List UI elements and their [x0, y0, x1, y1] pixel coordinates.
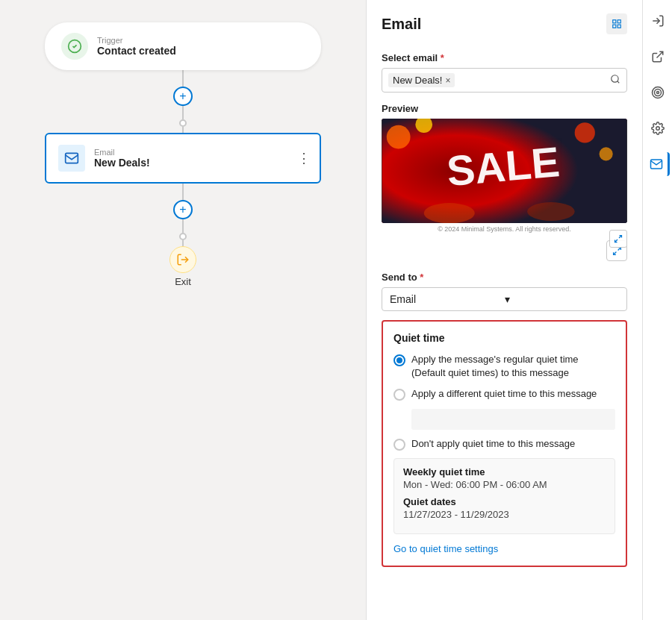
- radio-none-text: Don't apply quiet time to this message: [411, 437, 575, 451]
- trigger-icon: [61, 33, 88, 60]
- radio-none[interactable]: [393, 439, 405, 451]
- dates-value: 11/27/2023 - 11/29/2023: [403, 509, 606, 520]
- svg-text:SALE: SALE: [445, 138, 561, 195]
- svg-point-28: [656, 127, 659, 131]
- email-settings-panel: Email Select email * New Deals! ×: [366, 0, 642, 620]
- svg-point-17: [527, 202, 575, 221]
- send-to-dropdown[interactable]: Email ▾: [382, 287, 627, 311]
- email-sidebar-icon[interactable]: [646, 152, 670, 176]
- email-search-icon[interactable]: [610, 74, 620, 87]
- panel-expand-button[interactable]: [606, 13, 627, 34]
- connector-line-6: [182, 240, 184, 246]
- radio-different[interactable]: [393, 389, 405, 401]
- email-tag-close[interactable]: ×: [445, 75, 450, 86]
- add-step-button-1[interactable]: +: [173, 87, 193, 106]
- email-node[interactable]: Email New Deals! ⋮: [45, 133, 321, 184]
- svg-rect-3: [613, 20, 616, 23]
- select-email-label: Select email *: [382, 52, 627, 63]
- preview-wrapper: SALE © 2024 Minimal Systems. All rights …: [382, 119, 627, 233]
- exit-label: Exit: [175, 276, 191, 287]
- svg-rect-4: [617, 20, 620, 23]
- trigger-node[interactable]: Trigger Contact created: [45, 22, 321, 70]
- panel-title: Email: [382, 16, 421, 33]
- email-node-name: New Deals!: [94, 157, 150, 169]
- svg-point-13: [575, 122, 595, 143]
- svg-rect-5: [617, 25, 620, 28]
- required-star-1: *: [441, 52, 444, 63]
- connector-line-2: [182, 106, 184, 119]
- exit-node: Exit: [169, 246, 196, 287]
- weekly-label: Weekly quiet time: [403, 466, 606, 477]
- share-icon[interactable]: [646, 45, 670, 69]
- email-select-input[interactable]: New Deals! ×: [382, 68, 627, 93]
- quiet-info-box: Weekly quiet time Mon - Wed: 06:00 PM - …: [393, 458, 615, 534]
- settings-icon[interactable]: [646, 116, 670, 140]
- svg-point-7: [612, 75, 618, 82]
- email-node-label: Email: [94, 148, 150, 157]
- radio-default[interactable]: [393, 354, 405, 366]
- connector-line-4: [182, 184, 184, 200]
- add-step-button-2[interactable]: +: [173, 200, 193, 219]
- send-to-value: Email: [390, 293, 505, 305]
- svg-point-11: [387, 125, 411, 149]
- right-sidebar: [642, 0, 672, 620]
- svg-point-26: [654, 90, 661, 96]
- weekly-value: Mon - Wed: 06:00 PM - 06:00 AM: [403, 479, 606, 490]
- connector-line-5: [182, 219, 184, 233]
- email-tag: New Deals! ×: [388, 73, 455, 87]
- preview-section: Preview: [382, 103, 627, 233]
- svg-rect-1: [66, 153, 78, 163]
- go-to-quiet-time-link[interactable]: Go to quiet time settings: [393, 543, 498, 554]
- email-tag-value: New Deals!: [393, 75, 442, 86]
- trigger-label: Trigger: [97, 36, 176, 45]
- workflow-canvas: Trigger Contact created + Email New Deal…: [0, 0, 366, 620]
- quiet-time-option-different[interactable]: Apply a different quiet time to this mes…: [393, 387, 615, 401]
- preview-expand-button[interactable]: [609, 230, 627, 248]
- svg-point-14: [600, 147, 613, 160]
- radio-default-text: Apply the message's regular quiet time(D…: [411, 353, 579, 380]
- connector-line-3: [182, 127, 184, 133]
- dot-connector-1: [179, 119, 187, 127]
- svg-point-27: [656, 92, 659, 94]
- quiet-time-title: Quiet time: [393, 332, 615, 344]
- dates-label: Quiet dates: [403, 496, 606, 507]
- svg-point-16: [424, 203, 475, 223]
- login-icon[interactable]: [646, 9, 670, 33]
- email-node-icon: [58, 145, 85, 172]
- required-star-2: *: [420, 272, 423, 283]
- preview-image: SALE: [382, 119, 627, 223]
- svg-line-8: [617, 81, 620, 84]
- preview-footer-text: © 2024 Minimal Systems. All rights reser…: [382, 225, 627, 233]
- exit-icon: [169, 246, 196, 273]
- connector-line-1: [182, 70, 184, 87]
- svg-line-24: [656, 51, 662, 57]
- send-to-label: Send to *: [382, 272, 627, 283]
- target-icon[interactable]: [646, 81, 670, 104]
- svg-rect-6: [613, 25, 616, 28]
- panel-body: Select email * New Deals! × Preview: [367, 42, 642, 620]
- quiet-time-option-default[interactable]: Apply the message's regular quiet time(D…: [393, 353, 615, 380]
- quiet-dates-row: Quiet dates 11/27/2023 - 11/29/2023: [403, 496, 606, 520]
- panel-header: Email: [367, 0, 642, 42]
- sale-banner: SALE: [382, 119, 627, 223]
- dot-connector-2: [179, 233, 187, 240]
- quiet-time-section: Quiet time Apply the message's regular q…: [382, 320, 627, 567]
- quiet-time-option-none[interactable]: Don't apply quiet time to this message: [393, 437, 615, 451]
- trigger-name: Contact created: [97, 45, 176, 57]
- radio-different-text: Apply a different quiet time to this mes…: [411, 387, 597, 401]
- send-to-arrow-icon: ▾: [505, 293, 620, 305]
- preview-label: Preview: [382, 103, 627, 114]
- quiet-different-input: [411, 409, 615, 430]
- email-node-more-button[interactable]: ⋮: [297, 150, 311, 166]
- weekly-quiet-time-row: Weekly quiet time Mon - Wed: 06:00 PM - …: [403, 466, 606, 490]
